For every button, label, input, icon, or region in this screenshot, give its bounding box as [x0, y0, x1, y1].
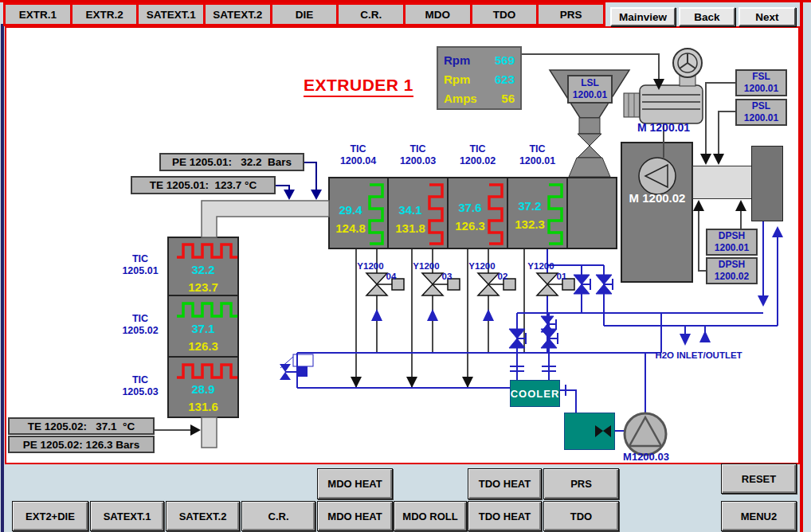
tic-1200-04-label: TIC1200.04: [328, 143, 388, 167]
amps-label: Amps: [444, 92, 477, 105]
zone4-sv: 124.8: [330, 221, 371, 235]
top-tab-bar: EXTR.1 EXTR.2 SATEXT.1 SATEXT.2 DIE C.R.…: [3, 2, 605, 26]
die2-pv: 37.1: [169, 322, 237, 335]
dpsh2-instrument: DPSH 1200.02: [706, 257, 758, 284]
water-tank: [564, 413, 615, 450]
die1-pv: 32.2: [169, 263, 237, 276]
fsl-label: FSL: [737, 71, 786, 83]
lsl-label: LSL: [569, 77, 611, 89]
valve-y1200-04-num: 04: [382, 272, 401, 283]
water-pump-label: M1200.03: [612, 451, 680, 464]
tab-tdo[interactable]: TDO: [470, 2, 539, 26]
valve-y1200-01-label: Y1200: [523, 261, 558, 272]
cr-bottom-button[interactable]: C.R.: [241, 501, 315, 531]
motor1-label: M 1200.01: [637, 121, 725, 135]
die2-sv: 126.3: [169, 339, 237, 353]
dpsh1-label: DPSH: [707, 230, 756, 242]
melt-pump-label: M 1200.02: [623, 191, 692, 205]
fsl-tag: 1200.01: [737, 83, 786, 95]
tab-prs[interactable]: PRS: [536, 2, 605, 26]
valve-y1200-01-num: 01: [552, 272, 571, 283]
valve-y1200-03-num: 03: [437, 272, 456, 283]
tic-1200-01-label: TIC1200.01: [507, 143, 567, 167]
pe-1205-02-readout: PE 1205.02: 126.3 Bars: [8, 436, 155, 453]
die3-sv: 131.6: [169, 400, 237, 413]
rpm2-label: Rpm: [444, 72, 470, 86]
tab-extr1[interactable]: EXTR.1: [3, 2, 72, 26]
tab-extr2[interactable]: EXTR.2: [70, 2, 139, 26]
amps-value: 56: [501, 92, 515, 105]
ext2-die-button[interactable]: EXT2+DIE: [12, 501, 88, 531]
psl-instrument: PSL 1200.01: [735, 99, 787, 126]
page-title: EXTRUDER 1: [304, 76, 413, 97]
tab-satext1[interactable]: SATEXT.1: [136, 2, 206, 26]
cooler-unit: COOLER: [510, 380, 560, 407]
screen-changer: [692, 166, 754, 199]
rpm2-value: 623: [495, 72, 515, 86]
valve-y1200-02-num: 02: [493, 272, 512, 283]
reset-button[interactable]: RESET: [721, 464, 797, 494]
tdo-heat-top-button[interactable]: TDO HEAT: [468, 468, 542, 499]
mdo-heat-bottom-button[interactable]: MDO HEAT: [317, 501, 393, 531]
drive-values-panel: Rpm 569 Rpm 623 Amps 56: [437, 46, 522, 110]
zone3-pv: 34.1: [390, 203, 431, 217]
extruder-hmi-screen: { "colors": { "accent_red": "#e80000", "…: [0, 0, 811, 532]
tab-die[interactable]: DIE: [270, 2, 339, 26]
h2o-inlet-outlet-label: H2O INLET/OUTLET: [652, 350, 746, 362]
zone3-sv: 131.8: [390, 221, 431, 235]
mdo-roll-button[interactable]: MDO ROLL: [394, 501, 467, 531]
tab-mdo[interactable]: MDO: [403, 2, 472, 26]
rpm1-value: 569: [495, 53, 515, 67]
dpsh1-tag: 1200.01: [707, 242, 756, 254]
rpm1-label: Rpm: [444, 53, 470, 67]
te-1205-01-readout: TE 1205.01: 123.7 °C: [131, 176, 276, 194]
psl-label: PSL: [737, 100, 786, 112]
window-right-border: [800, 0, 803, 532]
tic-1205-03-label: TIC1205.03: [117, 374, 163, 398]
fsl-instrument: FSL 1200.01: [735, 69, 787, 96]
lsl-instrument: LSL 1200.01: [567, 75, 613, 104]
zone1-sv: 132.3: [509, 217, 550, 231]
zone2-sv: 126.3: [449, 219, 491, 233]
next-button[interactable]: Next: [739, 7, 796, 26]
zone4-pv: 29.4: [330, 203, 371, 217]
tab-satext2[interactable]: SATEXT.2: [203, 2, 272, 26]
window-left-border: [1, 24, 4, 532]
mainview-button[interactable]: Mainview: [610, 7, 676, 26]
te-1205-02-readout: TE 1205.02: 37.1 °C: [8, 417, 155, 435]
menu2-button[interactable]: MENU2: [721, 501, 797, 531]
tdo-bottom-button[interactable]: TDO: [543, 501, 619, 531]
die-head-block: [751, 146, 783, 221]
prs-bottom-button[interactable]: PRS: [543, 468, 619, 499]
die3-pv: 28.9: [169, 382, 237, 396]
tic-1200-02-label: TIC1200.02: [448, 143, 507, 167]
dpsh2-label: DPSH: [707, 259, 756, 271]
dpsh2-tag: 1200.02: [707, 271, 756, 283]
dpsh1-instrument: DPSH 1200.01: [706, 229, 758, 256]
lsl-tag: 1200.01: [569, 89, 611, 101]
zone2-pv: 37.6: [449, 201, 491, 214]
tab-cr[interactable]: C.R.: [336, 2, 406, 26]
die1-sv: 123.7: [169, 280, 237, 294]
tic-1200-03-label: TIC1200.03: [388, 143, 448, 167]
valve-y1200-04-label: Y1200: [353, 261, 388, 272]
valve-y1200-02-label: Y1200: [464, 261, 500, 272]
satext1-bottom-button[interactable]: SATEXT.1: [90, 501, 164, 531]
pe-1205-01-readout: PE 1205.01: 32.2 Bars: [159, 153, 304, 171]
valve-y1200-03-label: Y1200: [409, 261, 444, 272]
tdo-heat-bottom-button[interactable]: TDO HEAT: [468, 501, 542, 531]
tic-1205-01-label: TIC1205.01: [117, 253, 163, 277]
psl-tag: 1200.01: [737, 112, 786, 124]
back-button[interactable]: Back: [679, 7, 735, 26]
tic-1205-02-label: TIC1205.02: [117, 313, 163, 337]
satext2-bottom-button[interactable]: SATEXT.2: [166, 501, 240, 531]
zone1-pv: 37.2: [509, 199, 550, 213]
mdo-heat-top-button[interactable]: MDO HEAT: [317, 468, 393, 499]
melt-pump-housing: [621, 142, 693, 283]
